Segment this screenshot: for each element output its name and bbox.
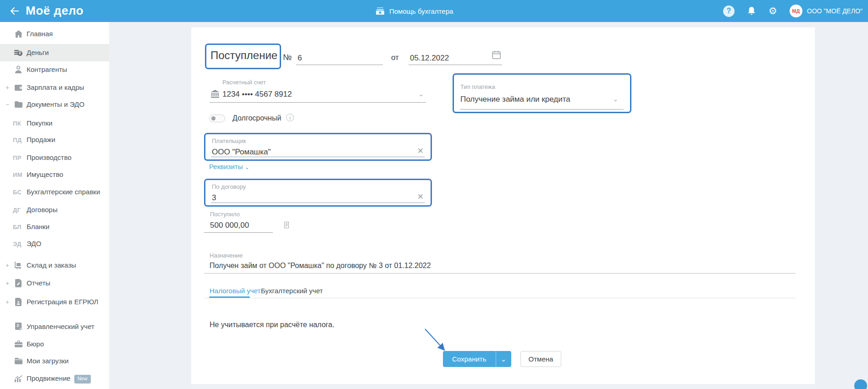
date-preposition: от (391, 53, 399, 62)
long-term-label: Долгосрочный (232, 114, 281, 122)
long-term-toggle[interactable] (209, 115, 225, 122)
folder-icon (14, 100, 23, 109)
account-menu[interactable]: МД ООО "МОЁ ДЕЛО" (790, 5, 862, 17)
expand-plus[interactable]: + (5, 279, 10, 287)
sidebar-item-documents-edo[interactable]: − Документы и ЭДО (0, 96, 109, 113)
account-chevron-down-icon[interactable]: ⌄ (419, 91, 424, 98)
payment-type-select[interactable]: Получение займа или кредита (460, 95, 570, 104)
tab-book-accounting[interactable]: Бухгалтерский учет (261, 287, 323, 295)
sidebar-item-property[interactable]: ИМ Имущество (0, 166, 109, 183)
save-button[interactable]: Сохранить (443, 351, 496, 367)
received-underline (204, 232, 273, 233)
sidebar-item-bureau[interactable]: Бюро (0, 335, 109, 353)
active-tab-indicator (209, 296, 250, 298)
date-input[interactable]: 05.12.2022 (410, 54, 449, 63)
account-select[interactable]: 1234 •••• 4567 8912 (222, 90, 292, 99)
expand-plus[interactable]: + (5, 84, 10, 91)
save-button-group: Сохранить ⌄ (443, 351, 511, 367)
sidebar-item-home[interactable]: Главная (0, 25, 109, 43)
date-underline (409, 65, 502, 65)
save-options-chevron-icon[interactable]: ⌄ (496, 351, 511, 367)
back-arrow-icon[interactable] (9, 5, 20, 16)
ruble-currency-glyph: ₽ (284, 222, 289, 228)
contract-label: По договору (212, 183, 246, 190)
sidebar-item-my-uploads[interactable]: Мои загрузки (0, 352, 109, 370)
expand-plus[interactable]: + (5, 262, 10, 269)
svg-text:₽: ₽ (19, 51, 21, 55)
requisites-link[interactable]: Реквизиты ⌄ (209, 163, 249, 170)
registration-doc-icon (14, 297, 23, 307)
sidebar-item-salary[interactable]: + Зарплата и кадры (0, 79, 109, 96)
payment-type-label: Тип платежа (460, 83, 495, 90)
main-content: Поступление № 6 от 05.12.2022 Расчетный … (109, 22, 868, 389)
bank-icon (210, 90, 220, 98)
receipt-form-card: Поступление № 6 от 05.12.2022 Расчетный … (191, 27, 815, 384)
received-amount-input[interactable]: 500 000,00 (210, 221, 249, 230)
doc-number-underline (296, 65, 383, 65)
tabs-divider (204, 298, 796, 298)
expand-plus[interactable]: + (5, 298, 10, 306)
help-icon[interactable]: ? (723, 5, 735, 17)
sidebar-item-warehouse[interactable]: + Склад и заказы (0, 257, 109, 274)
collapse-minus[interactable]: − (5, 101, 10, 108)
wallet-icon (14, 83, 23, 92)
home-icon (14, 29, 23, 38)
cart-icon (14, 261, 23, 270)
contract-highlight-box: По договору 3 ✕ (204, 179, 432, 207)
payer-clear-icon[interactable]: ✕ (417, 146, 424, 156)
sidebar-item-egrul-registration[interactable]: + Регистрация в ЕГРЮЛ (0, 289, 109, 315)
purpose-label: Назначение (210, 252, 243, 259)
payer-label: Плательщик (212, 137, 246, 144)
org-name: ООО "МОЁ ДЕЛО" (807, 7, 862, 15)
payer-input[interactable]: ООО "Ромашка" (212, 148, 271, 157)
uploads-folder-icon (14, 356, 23, 366)
doc-number-input[interactable]: 6 (298, 54, 302, 63)
payment-type-underline (460, 109, 624, 110)
notifications-bell-icon[interactable] (747, 6, 756, 16)
payment-type-chevron-down-icon[interactable]: ⌄ (613, 96, 618, 103)
contract-underline (211, 203, 425, 203)
page-title: Поступление (210, 49, 277, 62)
accountant-help-label: Помощь бухгалтера (389, 7, 453, 15)
tab-tax-accounting[interactable]: Налоговый учет (210, 287, 260, 295)
sidebar-item-production[interactable]: ПР Производство (0, 149, 109, 166)
sidebar-item-contracts[interactable]: ДГ Договоры (0, 201, 109, 219)
payer-highlight-box: Плательщик ООО "Ромашка" ✕ (204, 133, 432, 161)
new-badge: New (74, 375, 91, 384)
report-icon (14, 279, 23, 288)
person-icon (14, 65, 23, 74)
purpose-input[interactable]: Получен займ от ООО "Ромашка" по договор… (210, 262, 431, 270)
cash-icon (376, 7, 385, 15)
company-avatar: МД (790, 5, 802, 17)
info-icon[interactable]: i (286, 114, 294, 121)
support-chat-bubble[interactable] (854, 379, 867, 389)
app-logo[interactable]: Моё дело (26, 4, 83, 18)
sidebar-item-money[interactable]: ₽ Деньги (0, 44, 109, 61)
promotion-chart-icon (14, 374, 23, 384)
sidebar-item-forms[interactable]: БЛ Бланки (0, 218, 109, 236)
sidebar-item-accounting-certificates[interactable]: БС Бухгалтерские справки (0, 183, 109, 201)
payer-underline (211, 157, 425, 157)
briefcase-icon (14, 340, 23, 349)
sidebar-item-promotion[interactable]: ПродвижениеNew (0, 370, 109, 388)
sidebar-item-counterparties[interactable]: Контрагенты (0, 61, 109, 78)
sidebar-item-purchases[interactable]: ПК Покупки (0, 115, 109, 132)
requisites-chevron-down-icon: ⌄ (245, 164, 249, 170)
management-accounting-icon: ₽ (14, 322, 23, 331)
tax-note: Не учитывается при расчёте налога. (210, 321, 334, 329)
received-label: Поступило (210, 211, 240, 218)
payment-type-highlight-box: Тип платежа Получение займа или кредита … (453, 73, 631, 113)
sidebar-item-management-accounting[interactable]: ₽ Управленческий учет (0, 318, 109, 335)
sidebar-item-edo[interactable]: ЭД ЭДО (0, 235, 109, 252)
calendar-icon[interactable] (492, 50, 501, 59)
sidebar-nav: Главная ₽ Деньги Контрагенты + Зарплата … (0, 22, 109, 389)
account-label: Расчетный счет (222, 79, 266, 86)
cancel-button[interactable]: Отмена (520, 351, 561, 367)
sidebar-item-sales[interactable]: ПД Продажи (0, 131, 109, 148)
settings-gear-icon[interactable]: ⚙ (768, 6, 777, 16)
account-underline (210, 102, 426, 103)
promotion-label: Продвижение (27, 374, 71, 382)
accountant-help-button[interactable]: Помощь бухгалтера (376, 0, 453, 22)
contract-input[interactable]: 3 (212, 193, 216, 203)
contract-clear-icon[interactable]: ✕ (417, 192, 424, 202)
